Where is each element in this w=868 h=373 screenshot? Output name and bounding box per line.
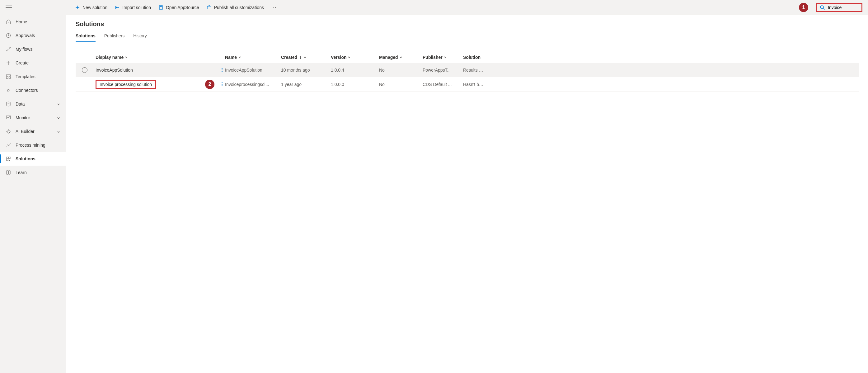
sidebar-item-label: Learn bbox=[16, 170, 60, 175]
solution-link[interactable]: Invoice processing solution bbox=[96, 80, 156, 89]
cmd-label: Publish all customizations bbox=[214, 5, 264, 10]
svg-point-8 bbox=[8, 131, 9, 132]
sidebar-item-label: My flows bbox=[16, 47, 60, 52]
table-row[interactable]: InvoiceAppSolution InvoiceAppSolution 10… bbox=[75, 63, 859, 77]
chevron-down-icon bbox=[348, 55, 351, 60]
flows-icon bbox=[6, 46, 11, 52]
col-displayname[interactable]: Display name bbox=[94, 55, 225, 60]
import-solution-button[interactable]: Import solution bbox=[112, 3, 154, 12]
sidebar-item-label: Solutions bbox=[16, 156, 60, 161]
publish-all-button[interactable]: Publish all customizations bbox=[204, 3, 267, 12]
chevron-down-icon bbox=[125, 55, 128, 60]
sidebar-item-label: Monitor bbox=[16, 115, 57, 120]
cell-created: 10 months ago bbox=[281, 68, 331, 72]
sidebar-item-data[interactable]: Data bbox=[0, 97, 66, 111]
new-solution-button[interactable]: New solution bbox=[72, 3, 111, 12]
open-appsource-button[interactable]: Open AppSource bbox=[155, 3, 202, 12]
sidebar-item-learn[interactable]: Learn bbox=[0, 166, 66, 179]
row-menu-button[interactable] bbox=[219, 82, 225, 86]
svg-point-1 bbox=[6, 50, 7, 51]
svg-rect-10 bbox=[9, 157, 10, 158]
plus-icon bbox=[75, 5, 80, 10]
tab-solutions[interactable]: Solutions bbox=[75, 33, 96, 42]
sidebar-item-label: Data bbox=[16, 101, 57, 106]
tab-publishers[interactable]: Publishers bbox=[104, 33, 124, 42]
col-solution[interactable]: Solution bbox=[463, 55, 491, 60]
col-created[interactable]: Created bbox=[281, 55, 331, 60]
row-checkbox[interactable] bbox=[82, 67, 88, 73]
chevron-down-icon bbox=[57, 129, 60, 133]
hamburger-menu[interactable] bbox=[6, 6, 12, 10]
import-icon bbox=[115, 5, 120, 10]
sidebar-item-aibuilder[interactable]: AI Builder bbox=[0, 125, 66, 138]
sidebar-item-label: Create bbox=[16, 60, 60, 65]
sidebar-item-templates[interactable]: Templates bbox=[0, 70, 66, 84]
col-publisher[interactable]: Publisher bbox=[423, 55, 463, 60]
chevron-down-icon bbox=[57, 116, 60, 120]
search-input[interactable] bbox=[828, 5, 853, 10]
svg-point-14 bbox=[820, 6, 824, 9]
sidebar-item-connectors[interactable]: Connectors bbox=[0, 84, 66, 97]
cmd-label: New solution bbox=[83, 5, 107, 10]
search-icon bbox=[820, 5, 825, 10]
table-row[interactable]: Invoice processing solution 2 Invoicepro… bbox=[75, 77, 859, 92]
callout-1: 1 bbox=[799, 3, 808, 12]
sidebar-item-label: AI Builder bbox=[16, 129, 57, 134]
sidebar-item-label: Connectors bbox=[16, 88, 60, 93]
svg-rect-4 bbox=[6, 76, 8, 79]
cell-publisher: PowerAppsT... bbox=[423, 68, 463, 72]
sidebar-item-solutions[interactable]: Solutions bbox=[0, 152, 66, 166]
svg-rect-9 bbox=[6, 157, 8, 158]
learn-icon bbox=[6, 170, 11, 175]
cell-managed: No bbox=[379, 82, 423, 87]
more-commands-button[interactable]: ··· bbox=[268, 3, 280, 12]
cmd-label: Open AppSource bbox=[166, 5, 199, 10]
sidebar-item-label: Home bbox=[16, 19, 60, 24]
page-title: Solutions bbox=[75, 21, 859, 28]
svg-rect-11 bbox=[6, 159, 8, 161]
sidebar-item-label: Approvals bbox=[16, 33, 60, 38]
svg-rect-5 bbox=[9, 76, 10, 79]
ai-icon bbox=[6, 129, 11, 134]
process-icon bbox=[6, 142, 11, 148]
sidebar-item-approvals[interactable]: Approvals bbox=[0, 29, 66, 42]
cell-created: 1 year ago bbox=[281, 82, 331, 87]
sidebar-item-create[interactable]: Create bbox=[0, 56, 66, 70]
cell-solution: Results exp bbox=[463, 68, 491, 72]
data-icon bbox=[6, 101, 11, 107]
monitor-icon bbox=[6, 115, 11, 121]
templates-icon bbox=[6, 74, 11, 80]
col-managed[interactable]: Managed bbox=[379, 55, 423, 60]
cell-name: Invoiceprocessingsol... bbox=[225, 82, 281, 87]
row-menu-button[interactable] bbox=[219, 68, 225, 72]
chevron-down-icon bbox=[444, 55, 447, 60]
search-box[interactable] bbox=[816, 3, 862, 12]
sidebar-item-home[interactable]: Home bbox=[0, 15, 66, 29]
sidebar-item-processmining[interactable]: Process mining bbox=[0, 138, 66, 152]
sidebar-item-monitor[interactable]: Monitor bbox=[0, 111, 66, 125]
sidebar-item-label: Process mining bbox=[16, 143, 60, 148]
svg-point-2 bbox=[10, 47, 10, 48]
cell-version: 1.0.0.4 bbox=[331, 68, 379, 72]
cell-solution: Hasn't been bbox=[463, 82, 491, 87]
callout-2: 2 bbox=[205, 80, 214, 89]
home-icon bbox=[6, 19, 11, 25]
solution-link[interactable]: InvoiceAppSolution bbox=[96, 68, 133, 72]
tab-history[interactable]: History bbox=[133, 33, 147, 42]
svg-rect-3 bbox=[6, 75, 10, 76]
chevron-down-icon bbox=[304, 55, 307, 60]
sidebar-item-myflows[interactable]: My flows bbox=[0, 42, 66, 56]
cell-version: 1.0.0.0 bbox=[331, 82, 379, 87]
plus-icon bbox=[6, 60, 11, 66]
approvals-icon bbox=[6, 33, 11, 38]
publish-icon bbox=[207, 5, 212, 10]
solutions-icon bbox=[6, 156, 11, 162]
sidebar-item-label: Templates bbox=[16, 74, 60, 79]
col-version[interactable]: Version bbox=[331, 55, 379, 60]
chevron-down-icon bbox=[57, 102, 60, 106]
col-name[interactable]: Name bbox=[225, 55, 281, 60]
chevron-down-icon bbox=[238, 55, 241, 60]
cell-publisher: CDS Default ... bbox=[423, 82, 463, 87]
cell-name: InvoiceAppSolution bbox=[225, 68, 281, 72]
chevron-down-icon bbox=[399, 55, 402, 60]
